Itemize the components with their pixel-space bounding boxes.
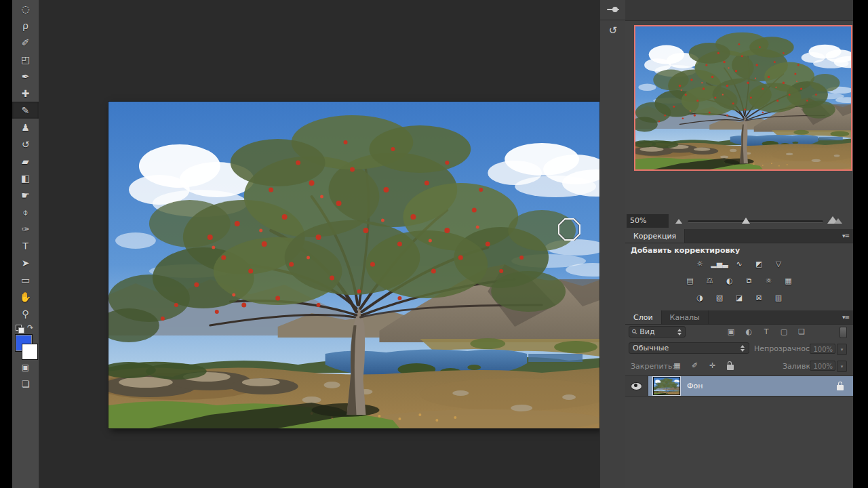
color-balance-icon[interactable]: ⚖ [703,275,717,287]
levels-icon[interactable]: ▂▅▃ [713,258,726,270]
blend-mode-row: Обычные Непрозрачность: 100% ▾ [625,340,853,357]
dock-divider [600,20,626,20]
tool-glyph: T [22,241,28,251]
healing-brush-tool[interactable]: ✚ [12,85,39,102]
blend-mode-value: Обычные [633,344,669,352]
document-image [108,102,601,428]
lock-all-icon[interactable] [724,360,736,371]
screen-mode-icon[interactable]: ❏ [12,379,39,389]
document-canvas[interactable] [108,102,601,428]
opacity-dropdown-icon[interactable]: ▾ [837,344,847,355]
filter-adjustment-icon[interactable]: ◐ [743,326,754,338]
layer-row-selected-area[interactable]: Фон [648,376,853,396]
tool-glyph: ↺ [22,140,30,149]
layers-filter-row: ⚲ Вид ▣◐T▢❏ [625,325,853,341]
opacity-value-field[interactable]: 100% [810,344,835,354]
clone-stamp-tool[interactable]: ♟ [12,119,39,136]
layers-panel-menu-icon[interactable]: ▾≡ [842,314,853,321]
select-arrows-icon [677,329,682,336]
tool-glyph: ρ [22,21,28,30]
gradient-tool[interactable]: ◧ [12,169,39,186]
layer-lock-badge-icon[interactable] [837,385,844,390]
layer-row-background[interactable]: Фон [625,375,853,396]
path-selection-tool[interactable]: ➤ [12,254,39,271]
blend-mode-select[interactable]: Обычные [629,342,749,354]
threshold-icon[interactable]: ◪ [732,292,746,304]
layer-visibility-cell[interactable] [625,376,648,396]
pen-tool[interactable]: ✑ [12,220,39,237]
filter-smart-object-icon[interactable]: ❏ [796,326,807,338]
smudge-tool[interactable]: ☛ [12,186,39,203]
color-lookup-icon[interactable]: ▦ [782,275,795,287]
select-arrows-icon [741,345,745,352]
layer-thumbnail[interactable] [653,377,680,395]
hand-tool[interactable]: ✋ [12,288,39,305]
lock-transparent-pixels-icon[interactable]: ▦ [671,360,683,371]
navigator-thumbnail[interactable] [634,25,852,171]
history-panel-icon[interactable]: ↺ [600,21,626,40]
posterize-icon[interactable]: ▧ [713,292,726,304]
quick-selection-tool[interactable]: ✐ [12,34,39,51]
adjustments-tabbar: Коррекция ▾≡ [625,229,853,243]
history-brush-tool[interactable]: ↺ [12,136,39,152]
channel-mixer-icon[interactable]: ⚛ [762,275,776,287]
fill-value-field[interactable]: 100% [810,361,835,371]
lock-position-icon[interactable]: ✛ [707,360,718,371]
hue-saturation-icon[interactable]: ▤ [684,275,697,287]
filter-shape-icon[interactable]: ▢ [778,326,789,338]
brightness-contrast-icon[interactable]: ☼ [693,258,707,270]
quick-mask-icon[interactable]: ▣ [12,363,39,372]
eyedropper-tool[interactable]: ✒ [12,68,39,85]
black-white-icon[interactable]: ◐ [723,275,736,287]
layer-name: Фон [687,382,703,390]
left-black-strip [0,0,12,488]
exposure-icon[interactable]: ◩ [752,258,766,270]
filter-toggle-switch[interactable] [840,327,847,338]
tool-glyph: ✒ [22,72,30,81]
rectangle-tool[interactable]: ▭ [12,271,39,288]
zoom-slider-thumb[interactable] [742,218,750,224]
elliptical-marquee-tool[interactable]: ◌ [12,0,39,17]
tab-layers[interactable]: Слои [625,310,662,324]
vibrance-icon[interactable]: ▽ [772,258,785,270]
background-color-swatch[interactable] [22,344,38,360]
selective-color-icon[interactable]: ▥ [772,292,785,304]
filter-kind-select[interactable]: ⚲ Вид [629,326,686,338]
tool-glyph: ☛ [21,190,30,200]
photo-filter-icon[interactable]: ⧉ [743,275,756,287]
zoom-level-field[interactable]: 50% [627,214,669,228]
sliders-panel-icon[interactable] [600,0,626,19]
filter-type-icon[interactable]: T [761,326,772,338]
lock-label: Закрепить: [631,362,675,371]
filter-image-icon[interactable]: ▣ [726,326,736,338]
tool-glyph: ⚲ [22,309,28,319]
dodge-tool[interactable]: ⌽ [12,203,39,220]
type-tool[interactable]: T [12,237,39,254]
adjustments-panel-menu-icon[interactable]: ▾≡ [842,232,853,239]
tab-adjustments[interactable]: Коррекция [625,229,685,243]
tab-channels[interactable]: Каналы [662,310,709,324]
lock-image-pixels-icon[interactable]: ✐ [689,360,701,371]
layers-tabbar: Слои Каналы ▾≡ [625,310,853,325]
brush-tool[interactable]: ✎ [12,102,39,119]
zoom-out-icon[interactable] [675,219,682,224]
brush-cursor [558,218,580,241]
eraser-tool[interactable]: ▰ [12,152,39,169]
lasso-tool[interactable]: ρ [12,17,39,34]
tool-glyph: ◰ [21,55,30,64]
tool-glyph: ➤ [22,258,30,268]
zoom-slider-track[interactable] [688,220,823,223]
navigator-zoom-row: 50% [625,214,853,229]
crop-tool[interactable]: ◰ [12,51,39,68]
curves-icon[interactable]: ∿ [732,258,746,270]
gradient-map-icon[interactable]: ⊠ [752,292,766,304]
adjustments-panel: Добавить корректировку ☼▂▅▃∿◩▽ ▤⚖◐⧉⚛▦ ◑▧… [625,243,853,310]
swap-colors-icon[interactable]: ↷ [27,323,33,332]
invert-icon[interactable]: ◑ [693,292,707,304]
color-controls: ↷ ▣ ❏ [12,323,39,398]
layers-panel-empty-area [625,397,853,488]
default-colors-icon[interactable] [16,325,24,333]
tool-glyph: ▭ [21,275,30,285]
fill-dropdown-icon[interactable]: ▾ [837,361,847,372]
zoom-tool[interactable]: ⚲ [12,305,39,322]
